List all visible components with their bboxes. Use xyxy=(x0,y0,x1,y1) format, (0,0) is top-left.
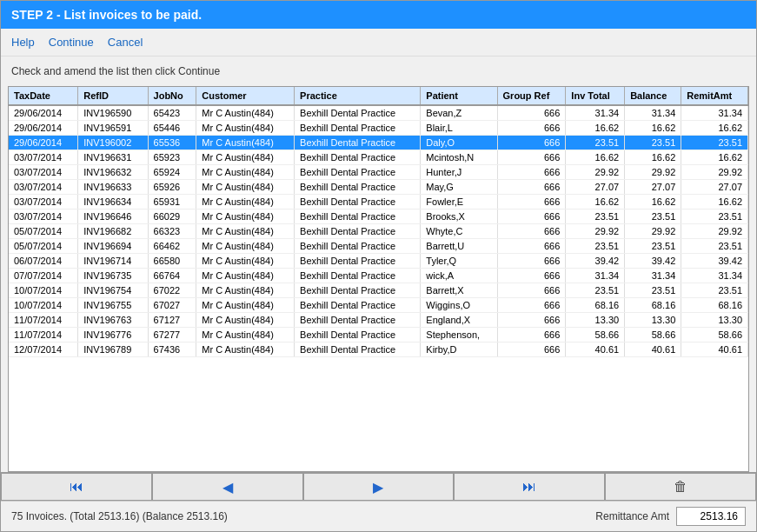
cell-practice: Bexhill Dental Practice xyxy=(295,313,421,328)
cell-remitamt: 23.51 xyxy=(681,283,748,298)
cell-taxdate: 07/07/2014 xyxy=(9,269,78,283)
prev-button[interactable]: ◀ xyxy=(152,473,303,501)
table-row[interactable]: 11/07/2014INV19677667277Mr C Austin(484)… xyxy=(9,328,748,342)
cell-refid: INV196694 xyxy=(78,239,148,254)
cell-customer: Mr C Austin(484) xyxy=(196,105,295,121)
cell-taxdate: 29/06/2014 xyxy=(9,136,78,150)
cell-jobno: 65931 xyxy=(148,195,196,209)
table-row[interactable]: 03/07/2014INV19663265924Mr C Austin(484)… xyxy=(9,165,748,180)
cell-customer: Mr C Austin(484) xyxy=(196,209,295,224)
cell-balance: 23.51 xyxy=(625,209,681,224)
cell-balance: 29.92 xyxy=(625,224,681,239)
cell-balance: 13.30 xyxy=(625,313,681,328)
cell-patient: Hunter,J xyxy=(421,165,497,180)
cell-refid: INV196634 xyxy=(78,195,148,209)
table-row[interactable]: 03/07/2014INV19663165923Mr C Austin(484)… xyxy=(9,150,748,165)
col-invtotal: Inv Total xyxy=(566,87,625,105)
cell-groupref: 666 xyxy=(497,209,566,224)
cell-groupref: 666 xyxy=(497,313,566,328)
cell-patient: Blair,L xyxy=(421,121,497,136)
table-row[interactable]: 10/07/2014INV19675567027Mr C Austin(484)… xyxy=(9,298,748,313)
table-row[interactable]: 05/07/2014INV19669466462Mr C Austin(484)… xyxy=(9,239,748,254)
cell-practice: Bexhill Dental Practice xyxy=(295,342,421,357)
table-row[interactable]: 12/07/2014INV19678967436Mr C Austin(484)… xyxy=(9,342,748,357)
cell-customer: Mr C Austin(484) xyxy=(196,313,295,328)
cell-refid: INV196776 xyxy=(78,328,148,342)
cell-practice: Bexhill Dental Practice xyxy=(295,283,421,298)
cell-remitamt: 39.42 xyxy=(681,254,748,269)
table-row[interactable]: 11/07/2014INV19676367127Mr C Austin(484)… xyxy=(9,313,748,328)
cell-remitamt: 27.07 xyxy=(681,180,748,195)
cell-remitamt: 23.51 xyxy=(681,136,748,150)
help-menu-item[interactable]: Help xyxy=(11,36,35,49)
cell-balance: 16.62 xyxy=(625,121,681,136)
cell-customer: Mr C Austin(484) xyxy=(196,254,295,269)
cell-balance: 39.42 xyxy=(625,254,681,269)
cell-jobno: 67127 xyxy=(148,313,196,328)
cell-customer: Mr C Austin(484) xyxy=(196,224,295,239)
table-row[interactable]: 06/07/2014INV19671466580Mr C Austin(484)… xyxy=(9,254,748,269)
col-balance: Balance xyxy=(625,87,681,105)
cell-patient: May,G xyxy=(421,180,497,195)
table-row[interactable]: 03/07/2014INV19664666029Mr C Austin(484)… xyxy=(9,209,748,224)
table-scroll-area[interactable]: TaxDate RefID JobNo Customer Practice Pa… xyxy=(9,87,748,471)
cell-balance: 23.51 xyxy=(625,136,681,150)
table-row[interactable]: 05/07/2014INV19668266323Mr C Austin(484)… xyxy=(9,224,748,239)
cell-taxdate: 03/07/2014 xyxy=(9,195,78,209)
table-row[interactable]: 03/07/2014INV19663365926Mr C Austin(484)… xyxy=(9,180,748,195)
cell-groupref: 666 xyxy=(497,239,566,254)
cell-groupref: 666 xyxy=(497,105,566,121)
cell-taxdate: 11/07/2014 xyxy=(9,328,78,342)
cell-groupref: 666 xyxy=(497,254,566,269)
cell-jobno: 65446 xyxy=(148,121,196,136)
cell-invtotal: 23.51 xyxy=(566,239,625,254)
cell-groupref: 666 xyxy=(497,195,566,209)
cell-balance: 27.07 xyxy=(625,180,681,195)
instruction-text: Check and amend the list then click Cont… xyxy=(1,57,756,86)
title-bar: STEP 2 - List invoices to be paid. xyxy=(1,1,756,29)
cell-practice: Bexhill Dental Practice xyxy=(295,209,421,224)
cell-groupref: 666 xyxy=(497,180,566,195)
continue-menu-item[interactable]: Continue xyxy=(49,36,94,49)
delete-button[interactable]: 🗑 xyxy=(605,473,756,501)
invoice-table-container: TaxDate RefID JobNo Customer Practice Pa… xyxy=(8,86,749,472)
cell-jobno: 65423 xyxy=(148,105,196,121)
cell-refid: INV196755 xyxy=(78,298,148,313)
cell-remitamt: 40.61 xyxy=(681,342,748,357)
cell-taxdate: 29/06/2014 xyxy=(9,121,78,136)
table-row[interactable]: 10/07/2014INV19675467022Mr C Austin(484)… xyxy=(9,283,748,298)
cell-invtotal: 31.34 xyxy=(566,105,625,121)
cell-jobno: 65924 xyxy=(148,165,196,180)
cell-patient: Whyte,C xyxy=(421,224,497,239)
cell-refid: INV196789 xyxy=(78,342,148,357)
status-text: 75 Invoices. (Total 2513.16) (Balance 25… xyxy=(11,510,228,522)
last-button[interactable]: ⏭ xyxy=(454,473,605,501)
cell-taxdate: 11/07/2014 xyxy=(9,313,78,328)
table-row[interactable]: 29/06/2014INV19600265536Mr C Austin(484)… xyxy=(9,136,748,150)
cell-customer: Mr C Austin(484) xyxy=(196,165,295,180)
cell-invtotal: 27.07 xyxy=(566,180,625,195)
cell-patient: Fowler,E xyxy=(421,195,497,209)
cell-jobno: 65536 xyxy=(148,136,196,150)
cell-refid: INV196591 xyxy=(78,121,148,136)
cell-jobno: 65926 xyxy=(148,180,196,195)
table-row[interactable]: 07/07/2014INV19673566764Mr C Austin(484)… xyxy=(9,269,748,283)
cell-refid: INV196631 xyxy=(78,150,148,165)
table-row[interactable]: 29/06/2014INV19659065423Mr C Austin(484)… xyxy=(9,105,748,121)
status-bar: 75 Invoices. (Total 2513.16) (Balance 25… xyxy=(1,501,756,531)
cell-practice: Bexhill Dental Practice xyxy=(295,165,421,180)
cancel-menu-item[interactable]: Cancel xyxy=(108,36,143,49)
cell-refid: INV196763 xyxy=(78,313,148,328)
table-row[interactable]: 29/06/2014INV19659165446Mr C Austin(484)… xyxy=(9,121,748,136)
first-button[interactable]: ⏮ xyxy=(1,473,152,501)
table-row[interactable]: 03/07/2014INV19663465931Mr C Austin(484)… xyxy=(9,195,748,209)
next-button[interactable]: ▶ xyxy=(303,473,455,501)
cell-invtotal: 16.62 xyxy=(566,121,625,136)
cell-customer: Mr C Austin(484) xyxy=(196,298,295,313)
cell-invtotal: 16.62 xyxy=(566,150,625,165)
cell-refid: INV196754 xyxy=(78,283,148,298)
cell-jobno: 67027 xyxy=(148,298,196,313)
table-header-row: TaxDate RefID JobNo Customer Practice Pa… xyxy=(9,87,748,105)
cell-balance: 40.61 xyxy=(625,342,681,357)
col-refid: RefID xyxy=(78,87,148,105)
